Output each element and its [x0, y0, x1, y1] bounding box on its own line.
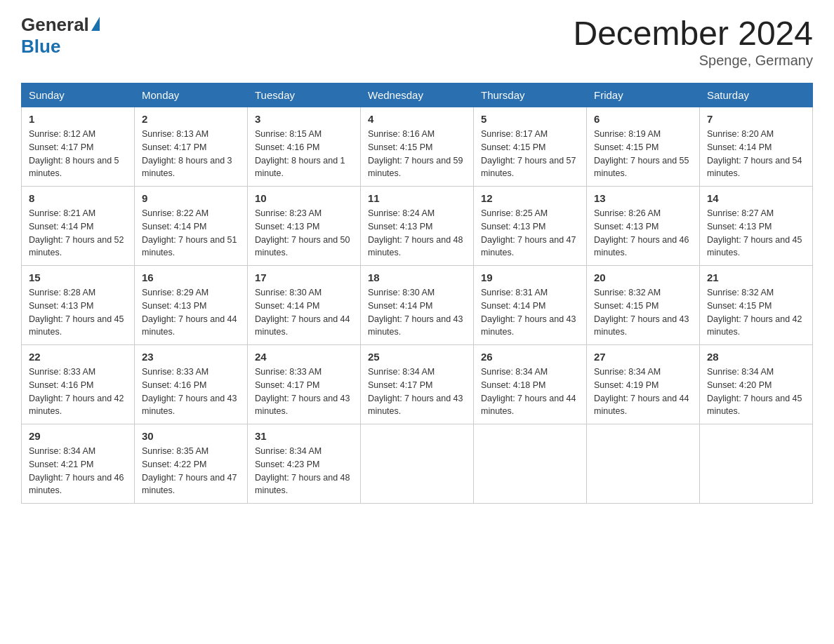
location: Spenge, Germany [573, 53, 813, 69]
calendar-week-row: 8 Sunrise: 8:21 AMSunset: 4:14 PMDayligh… [22, 187, 813, 266]
table-row: 10 Sunrise: 8:23 AMSunset: 4:13 PMDaylig… [248, 187, 361, 266]
table-row: 7 Sunrise: 8:20 AMSunset: 4:14 PMDayligh… [700, 107, 813, 187]
col-tuesday: Tuesday [248, 83, 361, 107]
day-number: 6 [594, 113, 692, 125]
table-row: 21 Sunrise: 8:32 AMSunset: 4:15 PMDaylig… [700, 266, 813, 345]
day-info: Sunrise: 8:30 AMSunset: 4:14 PMDaylight:… [368, 288, 463, 337]
day-number: 16 [142, 271, 240, 283]
col-saturday: Saturday [700, 83, 813, 107]
day-info: Sunrise: 8:32 AMSunset: 4:15 PMDaylight:… [707, 288, 802, 337]
table-row: 22 Sunrise: 8:33 AMSunset: 4:16 PMDaylig… [22, 345, 135, 424]
day-info: Sunrise: 8:26 AMSunset: 4:13 PMDaylight:… [594, 208, 689, 257]
day-number: 30 [142, 430, 240, 442]
calendar-table: Sunday Monday Tuesday Wednesday Thursday… [21, 83, 813, 504]
table-row [700, 424, 813, 504]
logo: General Blue [21, 14, 100, 58]
day-info: Sunrise: 8:33 AMSunset: 4:16 PMDaylight:… [142, 367, 237, 416]
table-row: 17 Sunrise: 8:30 AMSunset: 4:14 PMDaylig… [248, 266, 361, 345]
table-row: 11 Sunrise: 8:24 AMSunset: 4:13 PMDaylig… [361, 187, 474, 266]
table-row: 27 Sunrise: 8:34 AMSunset: 4:19 PMDaylig… [587, 345, 700, 424]
day-info: Sunrise: 8:33 AMSunset: 4:16 PMDaylight:… [29, 367, 124, 416]
table-row: 23 Sunrise: 8:33 AMSunset: 4:16 PMDaylig… [135, 345, 248, 424]
day-number: 17 [255, 271, 353, 283]
day-info: Sunrise: 8:22 AMSunset: 4:14 PMDaylight:… [142, 208, 237, 257]
col-friday: Friday [587, 83, 700, 107]
table-row: 18 Sunrise: 8:30 AMSunset: 4:14 PMDaylig… [361, 266, 474, 345]
logo-general-text: General [21, 14, 89, 36]
table-row: 16 Sunrise: 8:29 AMSunset: 4:13 PMDaylig… [135, 266, 248, 345]
day-number: 13 [594, 192, 692, 204]
day-info: Sunrise: 8:34 AMSunset: 4:18 PMDaylight:… [481, 367, 576, 416]
col-wednesday: Wednesday [361, 83, 474, 107]
day-number: 7 [707, 113, 805, 125]
day-number: 29 [29, 430, 127, 442]
day-number: 10 [255, 192, 353, 204]
day-info: Sunrise: 8:34 AMSunset: 4:20 PMDaylight:… [707, 367, 802, 416]
table-row: 24 Sunrise: 8:33 AMSunset: 4:17 PMDaylig… [248, 345, 361, 424]
table-row [361, 424, 474, 504]
day-number: 21 [707, 271, 805, 283]
day-info: Sunrise: 8:20 AMSunset: 4:14 PMDaylight:… [707, 129, 802, 178]
day-number: 23 [142, 351, 240, 363]
calendar-week-row: 22 Sunrise: 8:33 AMSunset: 4:16 PMDaylig… [22, 345, 813, 424]
day-info: Sunrise: 8:30 AMSunset: 4:14 PMDaylight:… [255, 288, 350, 337]
day-info: Sunrise: 8:34 AMSunset: 4:19 PMDaylight:… [594, 367, 689, 416]
day-info: Sunrise: 8:27 AMSunset: 4:13 PMDaylight:… [707, 208, 802, 257]
table-row [474, 424, 587, 504]
day-info: Sunrise: 8:17 AMSunset: 4:15 PMDaylight:… [481, 129, 576, 178]
day-number: 20 [594, 271, 692, 283]
day-number: 18 [368, 271, 466, 283]
calendar-week-row: 1 Sunrise: 8:12 AMSunset: 4:17 PMDayligh… [22, 107, 813, 187]
day-number: 27 [594, 351, 692, 363]
day-number: 25 [368, 351, 466, 363]
day-number: 19 [481, 271, 579, 283]
day-number: 1 [29, 113, 127, 125]
page-header: General Blue December 2024 Spenge, Germa… [21, 14, 813, 69]
day-number: 2 [142, 113, 240, 125]
day-number: 24 [255, 351, 353, 363]
day-info: Sunrise: 8:35 AMSunset: 4:22 PMDaylight:… [142, 446, 237, 495]
day-info: Sunrise: 8:13 AMSunset: 4:17 PMDaylight:… [142, 129, 232, 178]
col-sunday: Sunday [22, 83, 135, 107]
table-row: 6 Sunrise: 8:19 AMSunset: 4:15 PMDayligh… [587, 107, 700, 187]
day-info: Sunrise: 8:21 AMSunset: 4:14 PMDaylight:… [29, 208, 124, 257]
day-number: 22 [29, 351, 127, 363]
day-number: 14 [707, 192, 805, 204]
col-thursday: Thursday [474, 83, 587, 107]
day-info: Sunrise: 8:15 AMSunset: 4:16 PMDaylight:… [255, 129, 345, 178]
title-section: December 2024 Spenge, Germany [573, 14, 813, 69]
table-row: 5 Sunrise: 8:17 AMSunset: 4:15 PMDayligh… [474, 107, 587, 187]
col-monday: Monday [135, 83, 248, 107]
calendar-week-row: 15 Sunrise: 8:28 AMSunset: 4:13 PMDaylig… [22, 266, 813, 345]
day-info: Sunrise: 8:16 AMSunset: 4:15 PMDaylight:… [368, 129, 463, 178]
day-info: Sunrise: 8:24 AMSunset: 4:13 PMDaylight:… [368, 208, 463, 257]
day-number: 28 [707, 351, 805, 363]
day-info: Sunrise: 8:32 AMSunset: 4:15 PMDaylight:… [594, 288, 689, 337]
table-row: 15 Sunrise: 8:28 AMSunset: 4:13 PMDaylig… [22, 266, 135, 345]
table-row: 28 Sunrise: 8:34 AMSunset: 4:20 PMDaylig… [700, 345, 813, 424]
day-number: 31 [255, 430, 353, 442]
day-info: Sunrise: 8:34 AMSunset: 4:23 PMDaylight:… [255, 446, 350, 495]
day-info: Sunrise: 8:34 AMSunset: 4:21 PMDaylight:… [29, 446, 124, 495]
day-info: Sunrise: 8:25 AMSunset: 4:13 PMDaylight:… [481, 208, 576, 257]
day-info: Sunrise: 8:34 AMSunset: 4:17 PMDaylight:… [368, 367, 463, 416]
day-info: Sunrise: 8:31 AMSunset: 4:14 PMDaylight:… [481, 288, 576, 337]
table-row: 3 Sunrise: 8:15 AMSunset: 4:16 PMDayligh… [248, 107, 361, 187]
month-title: December 2024 [573, 14, 813, 53]
day-number: 3 [255, 113, 353, 125]
table-row: 2 Sunrise: 8:13 AMSunset: 4:17 PMDayligh… [135, 107, 248, 187]
table-row: 29 Sunrise: 8:34 AMSunset: 4:21 PMDaylig… [22, 424, 135, 504]
table-row: 8 Sunrise: 8:21 AMSunset: 4:14 PMDayligh… [22, 187, 135, 266]
day-info: Sunrise: 8:19 AMSunset: 4:15 PMDaylight:… [594, 129, 689, 178]
day-number: 11 [368, 192, 466, 204]
table-row: 13 Sunrise: 8:26 AMSunset: 4:13 PMDaylig… [587, 187, 700, 266]
table-row: 31 Sunrise: 8:34 AMSunset: 4:23 PMDaylig… [248, 424, 361, 504]
table-row: 12 Sunrise: 8:25 AMSunset: 4:13 PMDaylig… [474, 187, 587, 266]
day-number: 15 [29, 271, 127, 283]
table-row: 25 Sunrise: 8:34 AMSunset: 4:17 PMDaylig… [361, 345, 474, 424]
table-row: 9 Sunrise: 8:22 AMSunset: 4:14 PMDayligh… [135, 187, 248, 266]
day-number: 9 [142, 192, 240, 204]
table-row: 1 Sunrise: 8:12 AMSunset: 4:17 PMDayligh… [22, 107, 135, 187]
table-row: 26 Sunrise: 8:34 AMSunset: 4:18 PMDaylig… [474, 345, 587, 424]
table-row: 30 Sunrise: 8:35 AMSunset: 4:22 PMDaylig… [135, 424, 248, 504]
